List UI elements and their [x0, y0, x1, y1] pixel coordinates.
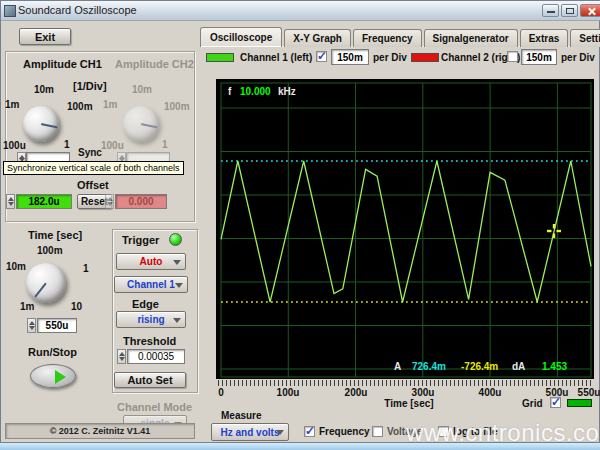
trigger-mode-value: Auto: [140, 256, 163, 267]
channel1-label: Channel 1 (left): [240, 52, 312, 63]
channel-mode-label: Channel Mode: [117, 401, 192, 413]
amplitude-ch2-knob: [123, 106, 159, 142]
per-div-unit-label: [1/Div]: [73, 80, 107, 92]
time-scale-10: 10: [71, 301, 82, 312]
voltage-checkbox[interactable]: [372, 426, 383, 437]
time-knob[interactable]: [26, 263, 66, 303]
x-axis-label: Time [sec]: [374, 398, 444, 409]
close-button[interactable]: [580, 4, 600, 17]
channel1-per-div-field[interactable]: 150m: [331, 49, 369, 65]
tab-settings[interactable]: Settings: [570, 29, 600, 47]
channel1-per-div-label: per Div: [373, 52, 407, 63]
grid-checkbox[interactable]: [550, 397, 561, 408]
amplitude-ch1-label: Amplitude CH1: [23, 58, 102, 70]
x-tick-400u: 400u: [473, 387, 507, 398]
scope-plot-svg: [216, 79, 594, 379]
channel1-color-swatch: [206, 53, 234, 62]
ch1-offset-field[interactable]: 182.0u: [16, 194, 72, 209]
freq-readout-value: 10.000: [240, 86, 271, 97]
offset-label: Offset: [77, 179, 109, 191]
chevron-down-icon: [276, 430, 284, 435]
channel2-per-div-field[interactable]: 150m: [521, 49, 557, 65]
amplitude-min-readout: -726.4m: [461, 361, 498, 372]
trigger-label: Trigger: [122, 234, 159, 246]
edge-label: Edge: [132, 298, 159, 310]
time-scale-1m: 1m: [20, 301, 34, 312]
ch2-scale-100m: 100m: [164, 101, 190, 112]
tab-frequency[interactable]: Frequency: [353, 29, 422, 47]
scope-display[interactable]: f 10.000 kHz A 726.4m -726.4m dA 1.453: [216, 79, 594, 379]
time-scale-1: 1: [83, 263, 89, 274]
app-window: Soundcard Oszilloscope Exit Amplitude CH…: [0, 0, 600, 443]
delta-readout-value: 1.453: [542, 361, 567, 372]
frequency-checkbox[interactable]: [304, 426, 315, 437]
channel2-color-swatch: [411, 53, 439, 62]
minimize-button[interactable]: [542, 4, 559, 17]
ch1-offset-spinner[interactable]: [6, 194, 15, 209]
sync-tooltip: Synchronize vertical scale of both chann…: [3, 161, 184, 175]
tab-signalgenerator[interactable]: Signalgenerator: [424, 29, 518, 47]
threshold-spinner[interactable]: [117, 349, 126, 364]
frequency-checkbox-label: Frequency: [319, 426, 370, 437]
window-title: Soundcard Oszilloscope: [18, 4, 137, 16]
amplitude-max-readout: 726.4m: [412, 361, 446, 372]
ch2-scale-1: 1: [162, 139, 168, 150]
app-root: Soundcard Oszilloscope Exit Amplitude CH…: [0, 0, 600, 450]
copyright-bar: © 2012 C. Zeitnitz V1.41: [5, 423, 195, 439]
maximize-button[interactable]: [561, 4, 578, 17]
channel2-per-div-label: per Div: [561, 52, 595, 63]
amplitude-ch1-knob[interactable]: [23, 106, 59, 142]
grid-color-swatch: [567, 399, 592, 407]
amplitude-readout-label: A: [394, 361, 401, 372]
measure-label: Measure: [221, 410, 262, 421]
ch1-scale-1m: 1m: [5, 99, 19, 110]
x-tick-300u: 300u: [406, 387, 440, 398]
tab-extras[interactable]: Extras: [520, 29, 569, 47]
time-scale-100m: 100m: [37, 245, 63, 256]
auto-set-button[interactable]: Auto Set: [114, 372, 186, 388]
channel1-enable-checkbox[interactable]: [316, 51, 327, 62]
tab-oscilloscope[interactable]: Oscilloscope: [200, 27, 282, 47]
time-scale-10m: 10m: [6, 261, 26, 272]
tab-bar: Oscilloscope X-Y Graph Frequency Signalg…: [200, 27, 600, 47]
amplitude-ch2-label: Amplitude CH2: [115, 58, 194, 70]
x-tick-100u: 100u: [271, 387, 305, 398]
trigger-edge-value: rising: [137, 314, 164, 325]
title-bar: Soundcard Oszilloscope: [1, 1, 600, 21]
ch2-offset-spinner: [105, 194, 114, 209]
knob-pointer: [34, 282, 47, 298]
trigger-source-dropdown[interactable]: Channel 1: [114, 276, 188, 293]
freq-readout-unit: kHz: [278, 86, 296, 97]
time-value-field[interactable]: 550u: [37, 318, 77, 333]
ch2-scale-10m: 10m: [132, 84, 152, 95]
trigger-edge-dropdown[interactable]: rising: [116, 311, 186, 328]
exit-button[interactable]: Exit: [19, 28, 71, 45]
ch1-scale-100u: 100u: [3, 140, 26, 151]
tab-xy-graph[interactable]: X-Y Graph: [284, 29, 351, 47]
ch1-scale-100m: 100m: [67, 101, 93, 112]
channel2-enable-checkbox[interactable]: [507, 51, 518, 62]
time-spinner[interactable]: [27, 318, 36, 333]
x-axis-ticks: [218, 380, 592, 386]
measure-mode-dropdown[interactable]: Hz and volts: [211, 423, 289, 441]
chevron-down-icon: [173, 260, 181, 265]
threshold-field[interactable]: 0.00035: [127, 349, 185, 364]
trigger-led: [169, 233, 182, 246]
run-stop-button[interactable]: [30, 364, 76, 388]
minimize-icon: [547, 11, 555, 13]
maximize-icon: [566, 8, 574, 14]
sync-label: Sync: [78, 147, 102, 158]
grid-label: Grid: [522, 398, 543, 409]
ch1-scale-1: 1: [64, 139, 70, 150]
chevron-down-icon: [173, 318, 181, 323]
freq-readout-prefix: f: [228, 86, 231, 97]
play-icon: [55, 370, 66, 384]
knob-pointer: [41, 123, 58, 128]
x-tick-200u: 200u: [339, 387, 373, 398]
run-stop-label: Run/Stop: [28, 346, 77, 358]
watermark-text: www.cntronics.com: [406, 419, 600, 447]
app-icon: [4, 5, 16, 17]
ch2-scale-1m: 1m: [103, 99, 117, 110]
trigger-mode-dropdown[interactable]: Auto: [116, 253, 186, 270]
ch1-scale-10m: 10m: [34, 84, 54, 95]
